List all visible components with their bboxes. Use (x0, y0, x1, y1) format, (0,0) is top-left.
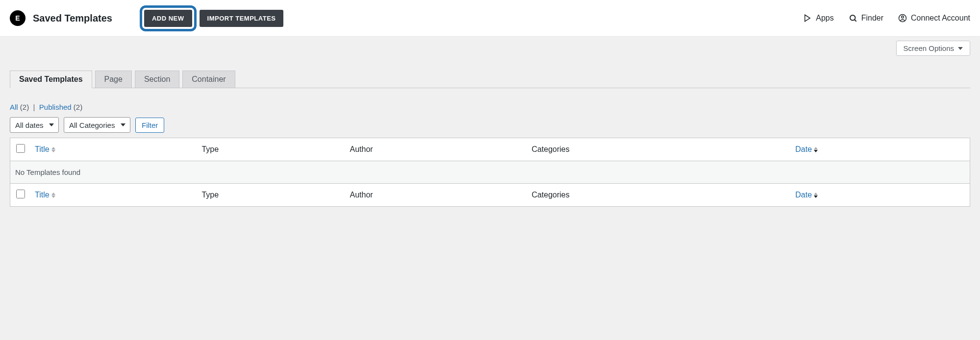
col-title-label-foot: Title (35, 191, 50, 199)
search-icon (849, 14, 857, 23)
finder-label: Finder (861, 14, 883, 23)
tab-page[interactable]: Page (95, 71, 132, 88)
header-right: Apps Finder Connect Account (803, 14, 970, 23)
col-type-head: Type (197, 138, 345, 161)
filter-published-link[interactable]: Published (39, 103, 72, 111)
col-author-head: Author (345, 138, 527, 161)
col-date-foot[interactable]: Date (790, 184, 970, 207)
empty-message: No Templates found (10, 161, 970, 184)
svg-point-0 (850, 15, 855, 21)
tab-container[interactable]: Container (182, 71, 235, 88)
user-icon (898, 14, 907, 23)
filter-button[interactable]: Filter (135, 118, 164, 133)
col-author-foot: Author (345, 184, 527, 207)
apps-label: Apps (816, 14, 833, 23)
screen-options-button[interactable]: Screen Options (896, 41, 970, 56)
page-title: Saved Templates (33, 13, 112, 24)
col-title-foot[interactable]: Title (30, 184, 197, 207)
sort-icon (814, 193, 818, 198)
filter-separator: | (33, 103, 35, 111)
filter-all-count: (2) (20, 103, 29, 111)
select-all-checkbox-foot[interactable] (16, 190, 25, 198)
col-type-foot: Type (197, 184, 345, 207)
sort-icon (51, 147, 55, 152)
col-date-head[interactable]: Date (790, 138, 970, 161)
templates-table: Title Type Author Categories Date No Tem… (10, 138, 970, 207)
logo-text: E (15, 14, 20, 22)
import-templates-button[interactable]: IMPORT TEMPLATES (200, 10, 284, 27)
tab-bar: Saved Templates Page Section Container (10, 71, 970, 88)
screen-options-label: Screen Options (904, 44, 954, 52)
filter-all-link[interactable]: All (10, 103, 18, 111)
elementor-logo: E (10, 10, 25, 26)
status-filter-row: All (2) | Published (2) (10, 103, 970, 111)
col-checkbox-foot (10, 184, 30, 207)
col-date-label-foot: Date (795, 191, 812, 199)
apps-icon (803, 14, 812, 23)
categories-select[interactable]: All Categories (64, 117, 130, 133)
col-title-label: Title (35, 145, 50, 154)
select-all-checkbox-head[interactable] (16, 144, 25, 153)
apps-link[interactable]: Apps (803, 14, 833, 23)
col-title-head[interactable]: Title (30, 138, 197, 161)
col-checkbox-head (10, 138, 30, 161)
filter-row: All dates All Categories Filter (10, 117, 970, 133)
col-date-label: Date (795, 145, 812, 154)
tab-saved-templates[interactable]: Saved Templates (10, 71, 92, 88)
finder-link[interactable]: Finder (849, 14, 883, 23)
connect-account-link[interactable]: Connect Account (898, 14, 970, 23)
sort-icon (51, 193, 55, 198)
dates-select[interactable]: All dates (10, 117, 59, 133)
connect-label: Connect Account (911, 14, 970, 23)
add-new-button[interactable]: ADD NEW (144, 10, 192, 27)
filter-published-count: (2) (74, 103, 82, 111)
table-row-empty: No Templates found (10, 161, 970, 184)
svg-line-1 (854, 20, 856, 21)
sort-icon (814, 147, 818, 152)
header-bar: E Saved Templates ADD NEW IMPORT TEMPLAT… (0, 0, 980, 37)
chevron-down-icon (958, 46, 963, 51)
content-wrap: Saved Templates Page Section Container A… (0, 56, 980, 217)
col-categories-foot: Categories (527, 184, 790, 207)
svg-point-3 (902, 16, 904, 19)
tab-section[interactable]: Section (135, 71, 179, 88)
screen-options-bar: Screen Options (0, 37, 980, 56)
col-categories-head: Categories (527, 138, 790, 161)
header-left: E Saved Templates ADD NEW IMPORT TEMPLAT… (10, 10, 283, 27)
